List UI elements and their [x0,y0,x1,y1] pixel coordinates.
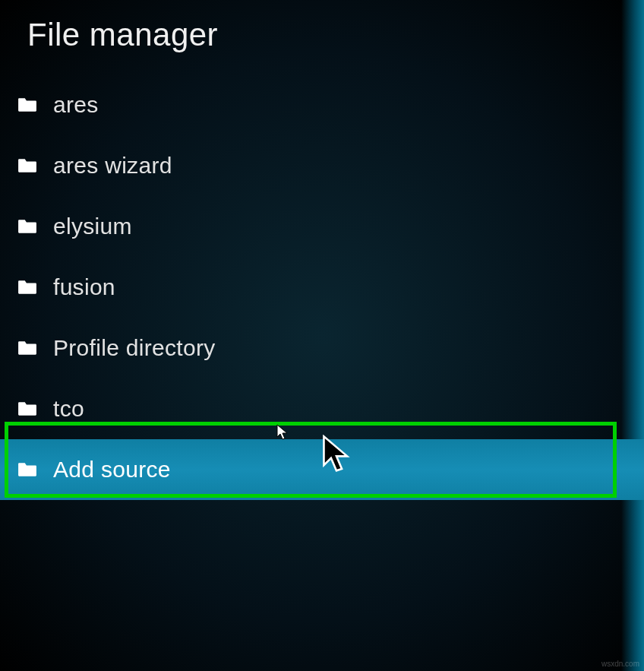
folder-icon [17,459,38,480]
list-item-ares[interactable]: ares [0,74,644,135]
folder-icon [17,337,38,359]
list-item-label: Profile directory [53,335,216,361]
folder-icon [17,216,38,237]
list-item-fusion[interactable]: fusion [0,257,644,318]
file-list: ares ares wizard elysium fusion Profile … [0,74,644,500]
list-item-ares-wizard[interactable]: ares wizard [0,135,644,196]
list-item-label: tco [53,396,84,422]
page-title: File manager [0,0,644,74]
list-item-elysium[interactable]: elysium [0,196,644,257]
folder-icon [17,94,38,116]
list-item-label: Add source [53,457,171,483]
list-item-label: elysium [53,214,132,239]
folder-icon [17,277,38,298]
list-item-label: ares wizard [53,153,172,179]
list-item-add-source[interactable]: Add source [0,439,644,500]
watermark: wsxdn.com [601,660,639,668]
list-item-label: fusion [53,274,115,300]
list-item-label: ares [53,92,99,118]
list-item-tco[interactable]: tco [0,378,644,439]
list-item-profile-directory[interactable]: Profile directory [0,318,644,378]
folder-icon [17,155,38,176]
folder-icon [17,398,38,419]
